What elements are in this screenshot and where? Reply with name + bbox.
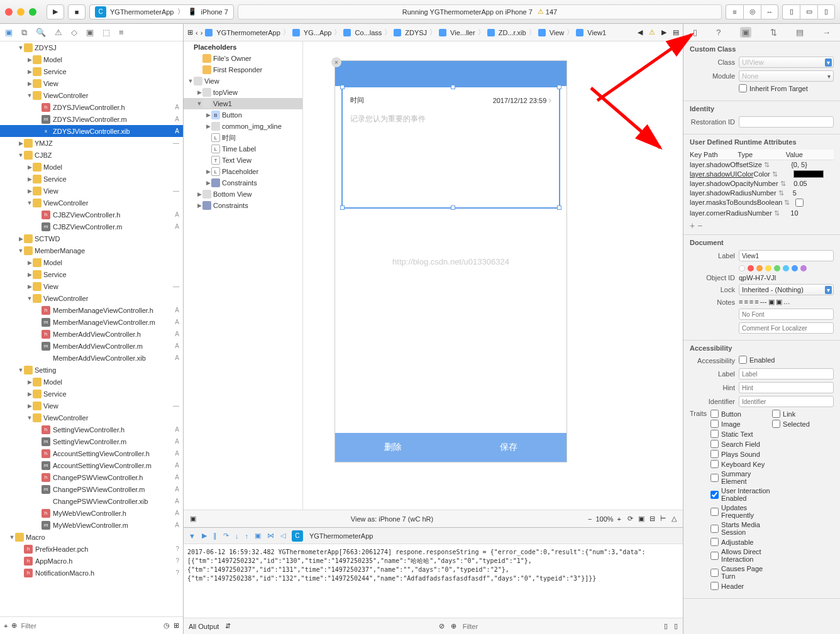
clock-icon[interactable]: ◷ [163,621,170,630]
jump-segment[interactable]: ZD...r.xib [487,29,526,36]
assistant-editor-button[interactable]: ◎ [743,4,761,19]
pin-icon[interactable]: ⊢ [660,515,666,523]
symbol-nav-icon[interactable]: ⧉ [21,28,27,38]
breakpoint-nav-icon[interactable]: ⬚ [102,28,110,37]
console-pane-icon[interactable]: ▯ [674,622,678,630]
outline-icon[interactable]: ▤ [673,28,679,36]
tree-row[interactable]: ▶View— [0,185,183,197]
next-issue-icon[interactable]: ▶ [661,28,666,36]
test-nav-icon[interactable]: ◇ [71,28,77,37]
tree-row[interactable]: hMyWebViewController.hA [0,507,183,519]
jump-segment[interactable]: YGThermometerApp [205,29,280,36]
tree-row[interactable]: hMemberAddViewController.hA [0,328,183,340]
tree-row[interactable]: ▼ZDYSJ [0,41,183,53]
label-colors[interactable] [739,265,807,271]
tree-row[interactable]: ▶Service [0,173,183,185]
jump-segment[interactable]: Vie...ller [439,29,475,36]
resize-handle[interactable] [557,205,561,210]
zoom-button[interactable] [29,8,36,16]
view-as-label[interactable]: View as: iPhone 7 (wC hR) [202,515,582,523]
tree-row[interactable]: hCJBZViewController.hA [0,209,183,221]
resize-handle[interactable] [451,205,455,210]
output-selector[interactable]: All Output [189,623,219,630]
save-button[interactable]: 保存 [451,433,566,462]
ib-canvas[interactable]: × 时间 2017/12/12 23:59 › 记录您认为重要的事件 http:… [303,41,683,510]
variables-pane-icon[interactable]: ▯ [664,622,668,630]
tree-row[interactable]: ▼MemberManage [0,244,183,256]
resize-handle[interactable] [340,205,345,210]
add-remove-buttons[interactable]: + − [690,221,834,231]
trait-checkbox[interactable]: Header [710,582,772,590]
outline-row[interactable]: ▶common_img_xline [184,121,302,132]
tree-row[interactable]: mMyWebViewController.mA [0,519,183,531]
tree-row[interactable]: hAccountSettingViewController.hA [0,447,183,459]
zoom-in-button[interactable]: + [617,515,621,523]
resize-handle[interactable] [557,85,561,89]
toggle-inspector-button[interactable]: ▯ [817,4,835,19]
trait-checkbox[interactable]: Static Text [710,430,772,438]
tree-row[interactable]: ▶View [0,77,183,89]
process-name[interactable]: YGThermometerApp [309,532,373,540]
tree-row[interactable]: ▼ViewController [0,197,183,209]
jump-segment[interactable]: YG...App [292,29,332,36]
module-field[interactable]: None [739,70,834,82]
notes-toolbar[interactable]: ≡≡≡≡---▣▣… [739,298,834,306]
prev-issue-icon[interactable]: ◀ [638,28,643,36]
time-value[interactable]: 2017/12/12 23:59 [493,97,547,104]
delete-button[interactable]: 删除 [335,433,451,462]
jump-segment[interactable]: Co...lass [343,29,382,36]
restoration-field[interactable] [739,116,834,128]
location-icon[interactable]: ◁ [280,532,285,540]
filter-input[interactable] [21,622,160,630]
runtime-row[interactable]: layer.shadowOpacityNumber ⇅0.05 [690,179,834,189]
tree-row[interactable]: ▶View— [0,400,183,412]
jump-bar[interactable]: ⊞ ‹ › YGThermometerApp〉YG...App〉Co...las… [184,24,683,41]
help-inspector-icon[interactable]: ? [716,28,721,37]
outline-row[interactable]: ▶BButton [184,109,302,121]
font-field[interactable] [739,309,834,320]
breakpoints-icon[interactable]: ▶ [202,532,207,540]
tree-row[interactable]: ▼Macro [0,531,183,543]
runtime-row[interactable]: layer.shadowUIColorColor ⇅ [690,170,834,179]
acc-hint-field[interactable] [739,382,834,393]
tree-row[interactable]: ▶Model [0,161,183,173]
jump-segment[interactable]: ZDYSJ [394,29,427,36]
tree-row[interactable]: hSettingViewController.hA [0,424,183,435]
issue-icon[interactable]: ⚠ [649,28,655,36]
memory-graph-icon[interactable]: ⋈ [267,532,274,540]
outline-row[interactable]: ▶LPlaceholder [184,166,302,177]
tree-row[interactable]: mMemberManageViewController.mA [0,316,183,328]
trait-checkbox[interactable]: User Interaction Enabled [710,487,772,502]
tree-row[interactable]: mChangePSWViewController.mA [0,483,183,495]
view1[interactable]: 时间 2017/12/12 23:59 › 记录您认为重要的事件 [341,86,560,209]
tree-row[interactable]: mMemberAddViewController.mA [0,340,183,352]
outline-row[interactable]: L时间 [184,132,302,143]
outline-row[interactable]: ▼View1 [184,98,302,109]
connections-inspector-icon[interactable]: → [822,28,831,37]
tree-row[interactable]: ▼Setting [0,364,183,376]
tree-row[interactable]: ▶Service [0,268,183,280]
outline-row[interactable]: ▶Constraints [184,177,302,189]
console-output[interactable]: 2017-06-12 16:59:32.482 YGThermometerApp… [184,544,683,618]
console-filter-input[interactable] [463,623,658,630]
identity-inspector-icon[interactable]: ▣ [740,27,751,38]
clear-icon[interactable]: ⊘ [439,622,445,630]
acc-label-field[interactable] [739,368,834,380]
file-inspector-icon[interactable]: ▯ [693,28,697,37]
outline-row[interactable]: First Responder [184,64,302,75]
trait-checkbox[interactable]: Updates Frequently [710,504,772,519]
tree-row[interactable]: mAccountSettingViewController.mA [0,459,183,471]
inherit-checkbox[interactable]: Inherit From Target [739,84,808,92]
outline-row[interactable]: ▼View [184,75,302,87]
trait-checkbox[interactable]: Link [772,410,834,418]
version-editor-button[interactable]: ↔ [761,4,778,19]
document-outline[interactable]: PlaceholdersFile's OwnerFirst Responder▼… [184,41,303,510]
trait-checkbox[interactable]: Plays Sound [710,450,772,458]
tree-row[interactable]: ▼ViewController [0,89,183,101]
comment-field[interactable] [739,322,834,334]
close-button[interactable] [5,8,13,16]
tree-row[interactable]: ▶View— [0,280,183,292]
doc-label-field[interactable] [739,250,834,261]
tree-row[interactable]: hPrefixHeader.pch? [0,543,183,555]
related-icon[interactable]: ⊞ [187,28,193,36]
